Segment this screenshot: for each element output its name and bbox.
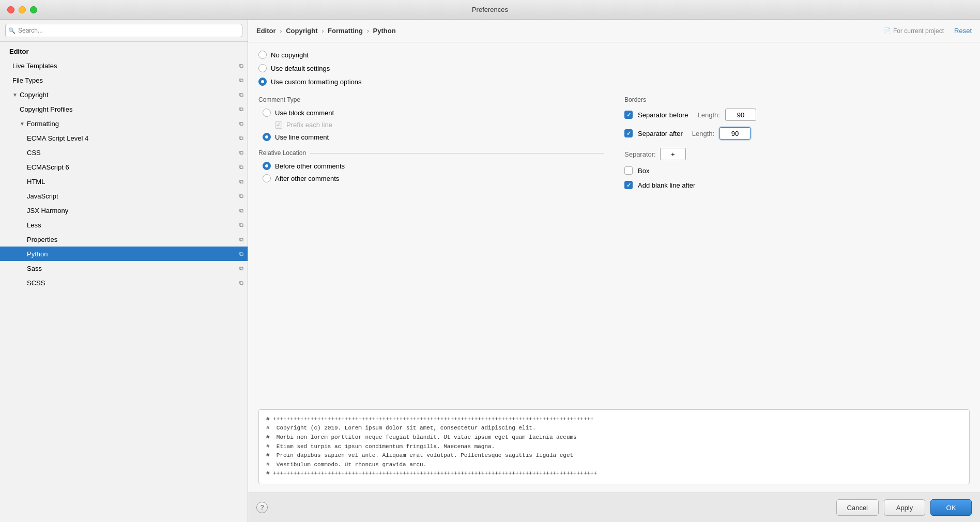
sidebar-item-python[interactable]: Python ⧉: [0, 247, 248, 261]
apply-button[interactable]: Apply: [884, 499, 925, 516]
sidebar-item-css[interactable]: CSS ⧉: [0, 145, 248, 160]
sidebar-item-copyright[interactable]: ▼ Copyright ⧉: [0, 87, 248, 102]
ok-button[interactable]: OK: [930, 499, 972, 516]
label-use-default: Use default settings: [271, 65, 330, 72]
search-input[interactable]: [5, 24, 242, 37]
sidebar-item-scss[interactable]: SCSS ⧉: [0, 275, 248, 290]
option-no-copyright[interactable]: No copyright: [258, 51, 970, 59]
option-before-other[interactable]: Before other comments: [263, 162, 604, 170]
sidebar-label-properties: Properties: [27, 236, 237, 243]
radio-no-copyright[interactable]: [258, 51, 267, 59]
separator-char-row: Separator:: [624, 148, 970, 160]
sidebar-item-formatting[interactable]: ▼ Formatting ⧉: [0, 116, 248, 131]
traffic-lights: [7, 6, 37, 13]
length-input-after[interactable]: [719, 127, 751, 140]
option-block-comment[interactable]: Use block comment: [263, 109, 604, 117]
sidebar-label-formatting: Formatting: [27, 120, 237, 128]
separator-after-row: Separator after Length:: [624, 127, 970, 140]
sidebar-item-less[interactable]: Less ⧉: [0, 218, 248, 232]
sidebar-label-css: CSS: [27, 149, 237, 157]
copy-icon-properties: ⧉: [239, 236, 243, 243]
sidebar-item-live-templates[interactable]: Live Templates ⧉: [0, 58, 248, 73]
breadcrumb: Editor › Copyright › Formatting › Python: [256, 27, 396, 35]
length-input-before[interactable]: [725, 109, 756, 121]
sidebar-label-ecmascript-6: ECMAScript 6: [27, 163, 237, 171]
search-icon: 🔍: [8, 27, 16, 34]
sidebar-item-copyright-profiles[interactable]: Copyright Profiles ⧉: [0, 102, 248, 116]
sidebar-item-editor[interactable]: Editor: [0, 44, 248, 58]
label-no-copyright: No copyright: [271, 51, 309, 59]
copy-icon-scss: ⧉: [239, 280, 243, 286]
sidebar-label-javascript: JavaScript: [27, 192, 237, 200]
close-button[interactable]: [7, 6, 14, 13]
breadcrumb-sep-1: ›: [280, 27, 284, 35]
radio-block-comment[interactable]: [263, 109, 271, 117]
help-button[interactable]: ?: [256, 502, 268, 513]
copy-icon-javascript: ⧉: [239, 193, 243, 199]
for-current-project: 📄 For current project: [884, 27, 944, 35]
expand-arrow-formatting: ▼: [20, 121, 25, 127]
comment-type-section-label: Comment Type: [258, 96, 604, 103]
prefix-line: Prefix each line: [263, 121, 604, 129]
sidebar-item-sass[interactable]: Sass ⧉: [0, 261, 248, 275]
sidebar-item-ecma-script-4[interactable]: ECMA Script Level 4 ⧉: [0, 131, 248, 145]
main-container: 🔍 Editor Live Templates ⧉ File Types ⧉ ▼: [0, 20, 980, 522]
label-line-comment: Use line comment: [275, 133, 329, 141]
sidebar-item-file-types[interactable]: File Types ⧉: [0, 73, 248, 87]
for-current-project-label: For current project: [893, 27, 944, 35]
reset-button[interactable]: Reset: [954, 27, 972, 35]
radio-use-default[interactable]: [258, 64, 267, 72]
option-use-custom[interactable]: Use custom formatting options: [258, 78, 970, 86]
maximize-button[interactable]: [30, 6, 37, 13]
copy-icon-jsx: ⧉: [239, 207, 243, 214]
relative-location-section: Relative Location Before other comments …: [258, 149, 604, 182]
separator-before-row: Separator before Length:: [624, 109, 970, 121]
checkbox-box[interactable]: [624, 166, 633, 175]
option-line-comment[interactable]: Use line comment: [263, 133, 604, 141]
sidebar-item-javascript[interactable]: JavaScript ⧉: [0, 189, 248, 203]
radio-before-other[interactable]: [263, 162, 271, 170]
sidebar-label-sass: Sass: [27, 265, 237, 272]
sidebar-tree: Editor Live Templates ⧉ File Types ⧉ ▼ C…: [0, 42, 248, 522]
option-after-other[interactable]: After other comments: [263, 174, 604, 182]
preview-box: # ++++++++++++++++++++++++++++++++++++++…: [258, 409, 970, 484]
two-column-section: Comment Type Use block comment Prefix ea…: [258, 96, 970, 401]
copy-icon-copyright: ⧉: [239, 91, 243, 98]
checkbox-separator-after[interactable]: [624, 129, 633, 137]
cancel-button[interactable]: Cancel: [836, 499, 879, 516]
copy-icon-html: ⧉: [239, 178, 243, 185]
radio-after-other[interactable]: [263, 174, 271, 182]
checkbox-add-blank-line[interactable]: [624, 181, 633, 189]
sidebar-label-copyright: Copyright: [20, 91, 237, 99]
checkbox-separator-before[interactable]: [624, 111, 633, 119]
radio-line-comment[interactable]: [263, 133, 271, 141]
sidebar-label-live-templates: Live Templates: [12, 62, 237, 70]
label-box: Box: [638, 167, 649, 175]
search-wrap: 🔍: [5, 24, 242, 37]
label-separator-after: Separator after: [638, 130, 683, 137]
minimize-button[interactable]: [19, 6, 26, 13]
copy-icon-ecma6: ⧉: [239, 164, 243, 171]
sidebar-item-html[interactable]: HTML ⧉: [0, 174, 248, 189]
breadcrumb-part-python: Python: [373, 27, 396, 35]
radio-use-custom[interactable]: [258, 78, 267, 86]
separator-char-label: Separator:: [624, 150, 656, 158]
prefix-checkbox: [275, 121, 282, 129]
sidebar-item-properties[interactable]: Properties ⧉: [0, 232, 248, 247]
relative-location-section-label: Relative Location: [258, 149, 604, 157]
sidebar-label-scss: SCSS: [27, 279, 237, 287]
borders-section-label: Borders: [624, 96, 970, 103]
length-label-after: Length:: [692, 130, 714, 137]
option-use-default[interactable]: Use default settings: [258, 64, 970, 72]
right-column: Borders Separator before Length:: [624, 96, 970, 401]
copy-icon-ecma4: ⧉: [239, 135, 243, 142]
add-blank-line-row: Add blank line after: [624, 181, 970, 189]
sidebar-label-html: HTML: [27, 178, 237, 186]
label-add-blank-line: Add blank line after: [638, 181, 695, 189]
sidebar-label-file-types: File Types: [12, 76, 237, 84]
sidebar-item-ecmascript-6[interactable]: ECMAScript 6 ⧉: [0, 160, 248, 174]
comment-type-label-text: Comment Type: [258, 96, 300, 103]
sidebar-item-jsx-harmony[interactable]: JSX Harmony ⧉: [0, 203, 248, 218]
separator-char-input[interactable]: [660, 148, 686, 160]
project-icon: 📄: [884, 27, 891, 34]
